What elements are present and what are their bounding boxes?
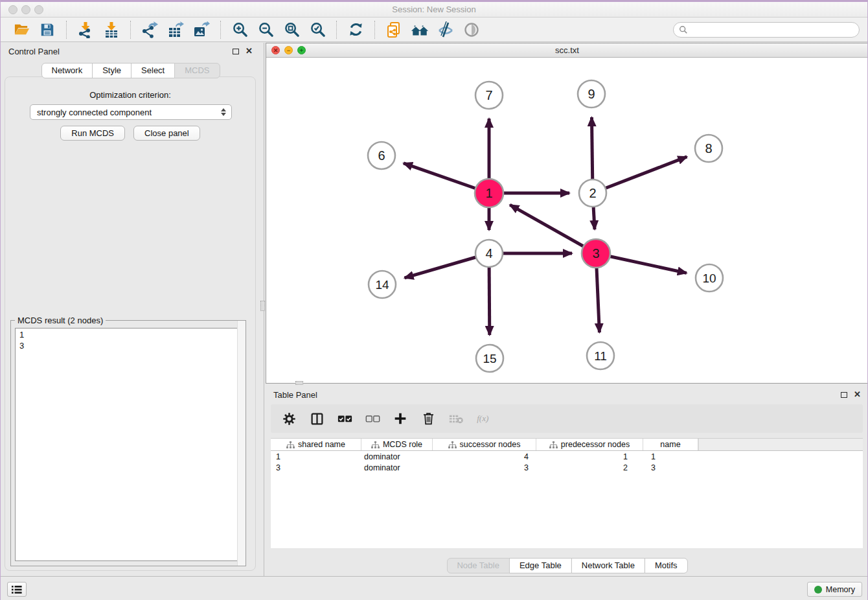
- column-tree-icon: [371, 441, 380, 448]
- table-cell: dominator: [361, 463, 433, 472]
- network-window-titlebar[interactable]: ✕ − + scc.txt: [266, 43, 868, 58]
- table-row[interactable]: 1dominator411: [271, 451, 863, 462]
- toolbar-separator: [220, 21, 221, 39]
- zoom-in-icon[interactable]: [231, 21, 249, 39]
- toolbar-separator: [374, 21, 375, 39]
- delete-row-icon[interactable]: [420, 411, 436, 426]
- node-label-8: 8: [705, 141, 712, 156]
- table-tabs: Node TableEdge TableNetwork TableMotifs: [446, 558, 687, 573]
- export-table-icon[interactable]: [166, 21, 185, 39]
- tab-network[interactable]: Network: [41, 63, 93, 78]
- apply-layout-icon[interactable]: [347, 21, 365, 39]
- duplicate-network-icon[interactable]: [385, 21, 403, 39]
- select-all-icon[interactable]: [337, 411, 352, 426]
- column-tree-icon: [448, 441, 457, 448]
- splitter-grip[interactable]: [260, 301, 265, 311]
- table-rows: 1dominator4113dominator323: [271, 451, 863, 473]
- edge-2-8[interactable]: [593, 157, 687, 193]
- zoom-out-icon[interactable]: [257, 21, 275, 39]
- table-cell: 3: [433, 463, 536, 472]
- node-label-6: 6: [378, 148, 385, 163]
- close-panel-icon[interactable]: ✕: [246, 48, 253, 54]
- result-scrollbar[interactable]: [237, 321, 246, 566]
- tab-motifs[interactable]: Motifs: [645, 558, 688, 573]
- node-label-2: 2: [589, 186, 596, 200]
- function-builder-disabled-icon: f(x): [476, 411, 492, 426]
- table-row[interactable]: 3dominator323: [271, 462, 863, 473]
- table-cell: 1: [536, 452, 643, 461]
- table-cell: dominator: [361, 452, 433, 461]
- optimization-criterion-value: strongly connected component: [37, 108, 152, 117]
- optimization-criterion-label: Optimization criterion:: [5, 90, 255, 100]
- show-column-icon[interactable]: [309, 411, 325, 426]
- export-network-icon[interactable]: [141, 21, 159, 39]
- add-row-icon[interactable]: [393, 411, 408, 426]
- float-table-panel-icon[interactable]: [841, 392, 847, 398]
- zoom-fit-icon[interactable]: [282, 21, 301, 39]
- node-label-11: 11: [594, 349, 607, 363]
- network-graph[interactable]: 7968124314101511: [266, 58, 868, 383]
- network-canvas[interactable]: 7968124314101511: [266, 58, 868, 383]
- table-cell: 3: [643, 463, 698, 472]
- column-header-MCDS-role[interactable]: MCDS role: [361, 439, 433, 450]
- save-session-icon[interactable]: [38, 21, 56, 39]
- settings-gear-icon[interactable]: [281, 411, 297, 426]
- memory-button[interactable]: Memory: [807, 582, 862, 597]
- column-header-predecessor-nodes[interactable]: predecessor nodes: [536, 439, 643, 450]
- header-filler: [698, 439, 863, 450]
- main-titlebar: Session: New Session: [1, 2, 867, 17]
- table-panel: Table Panel ✕: [266, 386, 868, 576]
- tab-network-table[interactable]: Network Table: [571, 558, 645, 573]
- close-panel-button[interactable]: Close panel: [133, 126, 200, 141]
- import-network-icon[interactable]: [76, 21, 95, 39]
- node-label-3: 3: [592, 246, 599, 260]
- column-tree-icon: [286, 441, 295, 448]
- zoom-selected-icon[interactable]: [308, 21, 326, 39]
- node-label-9: 9: [588, 87, 595, 101]
- memory-status-icon: [814, 586, 822, 594]
- column-header-successor-nodes[interactable]: successor nodes: [433, 439, 536, 450]
- horizontal-splitter-grip[interactable]: [295, 381, 303, 385]
- mcds-result-text[interactable]: 1 3: [15, 328, 242, 561]
- float-panel-icon[interactable]: [233, 49, 239, 54]
- toolbar-separator: [66, 21, 67, 39]
- import-table-icon[interactable]: [102, 21, 120, 39]
- table-header-row: shared nameMCDS rolesuccessor nodesprede…: [271, 439, 863, 451]
- vertical-splitter[interactable]: [260, 43, 266, 576]
- table-cell: 1: [643, 452, 698, 461]
- run-mcds-button[interactable]: Run MCDS: [60, 126, 125, 141]
- search-box[interactable]: [673, 22, 860, 38]
- node-label-7: 7: [485, 88, 492, 102]
- table-cell: 2: [536, 463, 643, 472]
- home-neighbors-icon[interactable]: [411, 21, 429, 39]
- status-bar: Memory: [1, 576, 867, 600]
- table-tab-strip: Node TableEdge TableNetwork TableMotifs: [266, 548, 868, 576]
- window-title: Session: New Session: [1, 2, 867, 17]
- node-label-14: 14: [375, 278, 389, 292]
- tab-edge-table[interactable]: Edge Table: [509, 558, 572, 573]
- column-header-name[interactable]: name: [643, 439, 698, 450]
- tab-select[interactable]: Select: [131, 63, 175, 78]
- network-view-window: ✕ − + scc.txt 7968124314101511: [266, 43, 868, 384]
- tab-mcds[interactable]: MCDS: [174, 63, 220, 78]
- tab-style[interactable]: Style: [92, 63, 131, 78]
- search-input[interactable]: [688, 23, 859, 36]
- column-tree-icon: [549, 441, 558, 448]
- open-file-icon[interactable]: [12, 21, 30, 39]
- svg-text:f(x): f(x): [477, 413, 488, 423]
- tab-node-table[interactable]: Node Table: [446, 558, 510, 573]
- deselect-all-icon[interactable]: [365, 411, 380, 426]
- close-table-panel-icon[interactable]: ✕: [854, 391, 861, 398]
- optimization-criterion-select[interactable]: strongly connected component: [30, 104, 232, 120]
- delete-table-disabled-icon: [448, 411, 464, 426]
- export-image-icon[interactable]: [192, 21, 211, 39]
- table-cell: 3: [271, 463, 361, 472]
- desktop-accent: [1, 0, 867, 2]
- node-label-15: 15: [483, 352, 496, 365]
- task-history-button[interactable]: [7, 582, 27, 597]
- mcds-result-group: MCDS result (2 nodes) 1 3: [10, 320, 246, 566]
- hide-style-icon[interactable]: [437, 21, 455, 39]
- node-label-10: 10: [702, 271, 716, 285]
- column-header-shared-name[interactable]: shared name: [271, 439, 361, 450]
- table-cell: 1: [271, 452, 361, 461]
